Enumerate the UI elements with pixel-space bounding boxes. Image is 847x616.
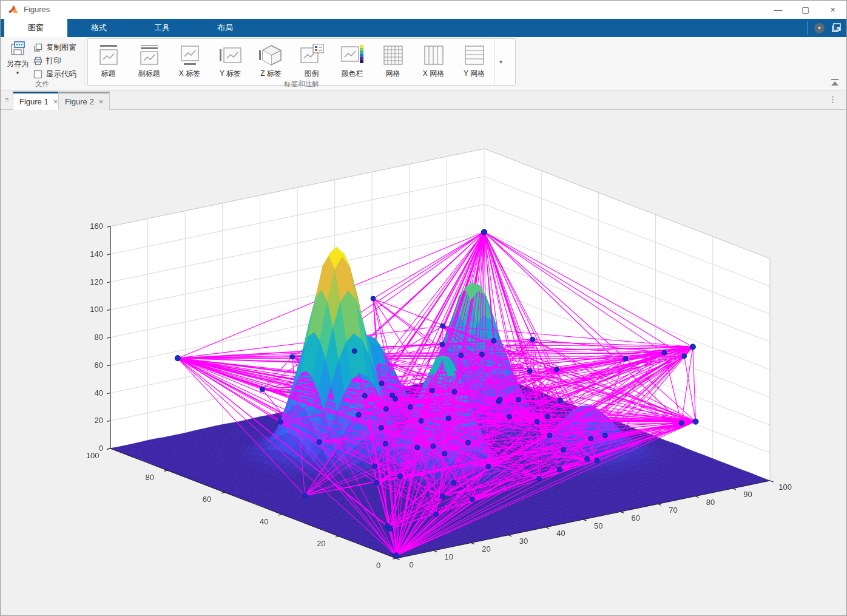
y-grid-icon <box>464 45 485 66</box>
print-button[interactable]: 打印 <box>33 54 76 67</box>
z-label-cube-icon <box>259 44 283 66</box>
copy-figure-button[interactable]: 复制图窗 <box>33 41 76 54</box>
annotation-panel: 标题 副标题 X 标签 <box>87 38 516 86</box>
tab-figure-2-label: Figure 2 <box>65 97 94 106</box>
title-button[interactable]: 标题 <box>88 39 129 85</box>
legend-button[interactable]: 图例 <box>291 39 332 85</box>
title-chart-icon <box>98 45 120 66</box>
ribbon-tab-tools[interactable]: 工具 <box>130 19 194 37</box>
copy-window-icon[interactable] <box>831 22 842 33</box>
ribbon-dropdown-button[interactable]: ▾ <box>814 23 825 33</box>
file-group-label: 文件 <box>1 80 84 89</box>
colorbar-chart-icon <box>340 44 365 66</box>
figure-area <box>1 110 847 616</box>
close-button[interactable]: × <box>819 1 846 19</box>
y-label-button[interactable]: Y 标签 <box>210 39 251 85</box>
plot-canvas[interactable] <box>1 110 847 616</box>
x-grid-button[interactable]: X 网格 <box>413 39 454 85</box>
save-as-dropdown-arrow[interactable]: ▾ <box>4 70 31 76</box>
tab-figure-1-label: Figure 1 <box>19 97 49 106</box>
show-code-checkbox[interactable]: 显示代码 <box>33 67 76 81</box>
copy-figure-icon <box>33 43 42 52</box>
grid-icon <box>382 45 404 66</box>
figures-window: Figures — ▢ × 图窗 格式 工具 布局 ▾ <box>0 0 847 616</box>
title-bar: Figures — ▢ × <box>1 1 846 19</box>
colorbar-button[interactable]: 颜色栏 <box>332 39 373 85</box>
window-title: Figures <box>24 5 50 14</box>
legend-chart-icon <box>300 44 324 66</box>
ribbon-toolbar: 另存为 ▾ 复制图窗 打印 <box>1 37 846 90</box>
ribbon-separator <box>808 21 808 35</box>
annotation-group-label: 标签和注解 <box>87 80 516 89</box>
subtitle-button[interactable]: 副标题 <box>129 39 169 85</box>
tab-figure-1-close-icon[interactable]: × <box>53 97 58 106</box>
minimize-button[interactable]: — <box>764 1 792 19</box>
show-code-label: 显示代码 <box>46 69 76 80</box>
x-grid-icon <box>423 45 445 66</box>
x-label-button[interactable]: X 标签 <box>169 39 210 85</box>
print-label: 打印 <box>46 56 61 66</box>
collapse-ribbon-button[interactable] <box>829 79 840 87</box>
tab-strip-overflow-icon[interactable]: ⋮ <box>829 95 837 104</box>
save-icon <box>8 39 27 58</box>
y-label-chart-icon <box>220 45 241 66</box>
x-label-chart-icon <box>179 45 201 66</box>
y-grid-button[interactable]: Y 网格 <box>454 39 494 85</box>
ribbon-tab-bar: 图窗 格式 工具 布局 ▾ <box>1 19 846 37</box>
ribbon-tab-layout[interactable]: 布局 <box>194 19 257 37</box>
grid-button[interactable]: 网格 <box>373 39 413 85</box>
ribbon-tab-figure[interactable]: 图窗 <box>4 19 67 37</box>
figure-tab-strip: ≡ Figure 1 × Figure 2 × ⋮ <box>1 90 846 110</box>
print-icon <box>33 56 42 66</box>
copy-figure-label: 复制图窗 <box>46 42 76 53</box>
matlab-logo-icon <box>8 4 19 15</box>
tab-figure-2[interactable]: Figure 2 × <box>58 92 110 110</box>
group-separator <box>84 39 84 86</box>
save-as-label: 另存为 <box>4 59 31 69</box>
annotation-overflow-button[interactable]: ▾ <box>494 39 507 85</box>
subtitle-chart-icon <box>138 45 160 66</box>
checkbox-icon <box>33 70 42 79</box>
save-as-button[interactable]: 另存为 ▾ <box>4 39 31 84</box>
tab-figure-1[interactable]: Figure 1 × <box>13 92 64 110</box>
z-label-button[interactable]: Z 标签 <box>251 39 291 85</box>
maximize-button[interactable]: ▢ <box>792 1 819 19</box>
tab-menu-icon[interactable]: ≡ <box>5 96 8 103</box>
tab-figure-2-close-icon[interactable]: × <box>99 97 104 106</box>
ribbon-tab-format[interactable]: 格式 <box>67 19 130 37</box>
